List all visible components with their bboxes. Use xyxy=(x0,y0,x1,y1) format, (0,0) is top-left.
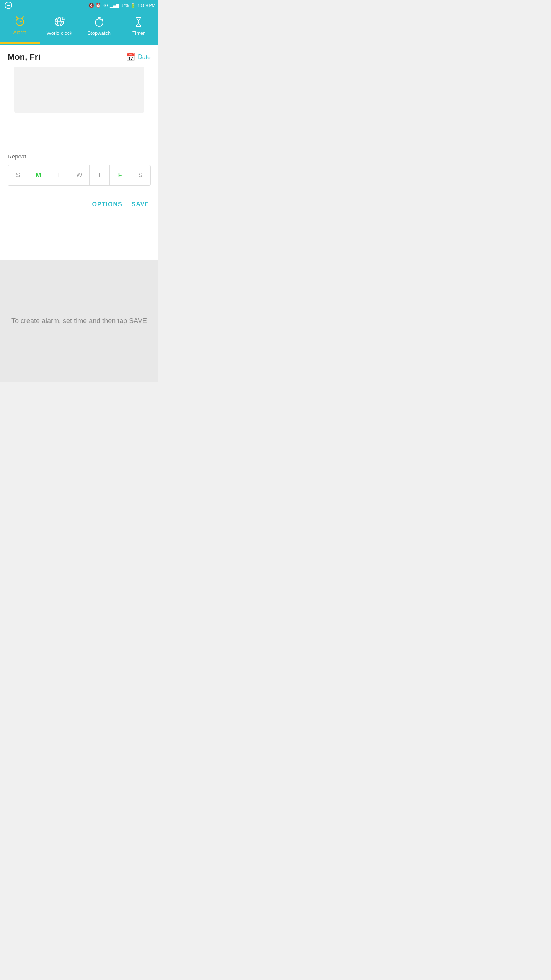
day-thursday-label: T xyxy=(98,172,101,179)
options-button[interactable]: OPTIONS xyxy=(92,201,122,208)
spacer xyxy=(0,116,158,147)
battery-icon: 🔋 xyxy=(130,3,136,8)
bottom-hint-area: To create alarm, set time and then tap S… xyxy=(0,260,158,382)
tab-alarm-label: Alarm xyxy=(13,29,26,35)
day-tuesday-label: T xyxy=(57,172,61,179)
tab-timer[interactable]: Timer xyxy=(119,11,159,44)
time-picker-area[interactable]: _ xyxy=(0,67,158,116)
time-display: 10:09 PM xyxy=(137,3,155,8)
timer-icon xyxy=(132,16,145,28)
svg-line-4 xyxy=(22,17,23,18)
action-row: OPTIONS SAVE xyxy=(0,193,158,217)
svg-line-15 xyxy=(102,19,103,20)
hint-text: To create alarm, set time and then tap S… xyxy=(11,316,147,326)
day-sunday-label: S xyxy=(16,172,20,179)
status-left: − xyxy=(5,2,12,9)
date-button[interactable]: 📅 Date xyxy=(126,52,151,62)
battery-label: 37% xyxy=(121,3,129,8)
signal-bars-icon: ▂▄▆ xyxy=(110,3,119,8)
tab-stopwatch[interactable]: Stopwatch xyxy=(79,11,119,44)
status-bar: − 🔇 ⏰ 4G ▂▄▆ 37% 🔋 10:09 PM xyxy=(0,0,158,11)
day-sunday[interactable]: S xyxy=(8,165,28,185)
tab-worldclock[interactable]: World clock xyxy=(40,11,80,44)
mute-icon: 🔇 xyxy=(88,3,94,8)
repeat-label: Repeat xyxy=(8,153,151,160)
day-saturday-label: S xyxy=(138,172,142,179)
date-button-label: Date xyxy=(138,54,151,60)
time-scroll-box[interactable]: _ xyxy=(14,67,144,113)
signal-label: 4G xyxy=(103,3,108,8)
day-tuesday[interactable]: T xyxy=(49,165,69,185)
tab-worldclock-label: World clock xyxy=(47,30,72,36)
worldclock-icon xyxy=(53,16,65,28)
time-cursor: _ xyxy=(76,83,82,96)
day-monday[interactable]: M xyxy=(28,165,49,185)
status-right: 🔇 ⏰ 4G ▂▄▆ 37% 🔋 10:09 PM xyxy=(88,3,155,8)
day-saturday[interactable]: S xyxy=(130,165,150,185)
tab-stopwatch-label: Stopwatch xyxy=(87,30,111,36)
stopwatch-icon xyxy=(93,16,105,28)
day-thursday[interactable]: T xyxy=(90,165,110,185)
header-row: Mon, Fri 📅 Date xyxy=(0,45,158,67)
day-label: Mon, Fri xyxy=(8,52,41,62)
alarm-status-icon: ⏰ xyxy=(96,3,101,8)
tab-timer-label: Timer xyxy=(132,30,145,36)
main-content: Mon, Fri 📅 Date _ Repeat S M T W xyxy=(0,45,158,260)
svg-line-3 xyxy=(16,17,18,18)
repeat-section: Repeat S M T W T F S xyxy=(0,147,158,193)
save-button[interactable]: SAVE xyxy=(132,201,149,208)
notification-icon: − xyxy=(5,2,12,9)
day-wednesday[interactable]: W xyxy=(69,165,90,185)
tab-bar: Alarm World clock Stopwatch Timer xyxy=(0,11,158,45)
days-row: S M T W T F S xyxy=(8,165,151,186)
day-friday[interactable]: F xyxy=(110,165,130,185)
calendar-icon: 📅 xyxy=(126,52,135,62)
day-monday-label: M xyxy=(36,172,41,179)
alarm-icon xyxy=(14,15,26,27)
tab-alarm[interactable]: Alarm xyxy=(0,11,40,44)
day-wednesday-label: W xyxy=(76,172,82,179)
day-friday-label: F xyxy=(118,172,122,179)
